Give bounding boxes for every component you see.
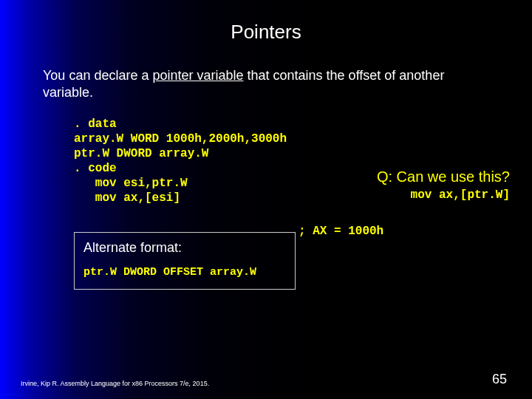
question-code: mov ax,[ptr.W] — [377, 188, 510, 202]
code-comment: ; AX = 1000h — [299, 225, 383, 238]
alternate-code: ptr.W DWORD OFFSET array.W — [83, 266, 286, 279]
question-box: Q: Can we use this? mov ax,[ptr.W] — [377, 168, 510, 202]
intro-text: You can declare a pointer variable that … — [43, 67, 489, 100]
alternate-format-box: Alternate format: ptr.W DWORD OFFSET arr… — [74, 232, 296, 290]
intro-underlined: pointer variable — [152, 68, 243, 83]
slide-title: Pointers — [0, 0, 532, 44]
footer-citation: Irvine, Kip R. Assembly Language for x86… — [21, 380, 209, 387]
intro-pre: You can declare a — [43, 68, 152, 83]
question-text: Q: Can we use this? — [377, 168, 510, 185]
page-number: 65 — [492, 372, 507, 387]
alternate-label: Alternate format: — [83, 240, 286, 256]
